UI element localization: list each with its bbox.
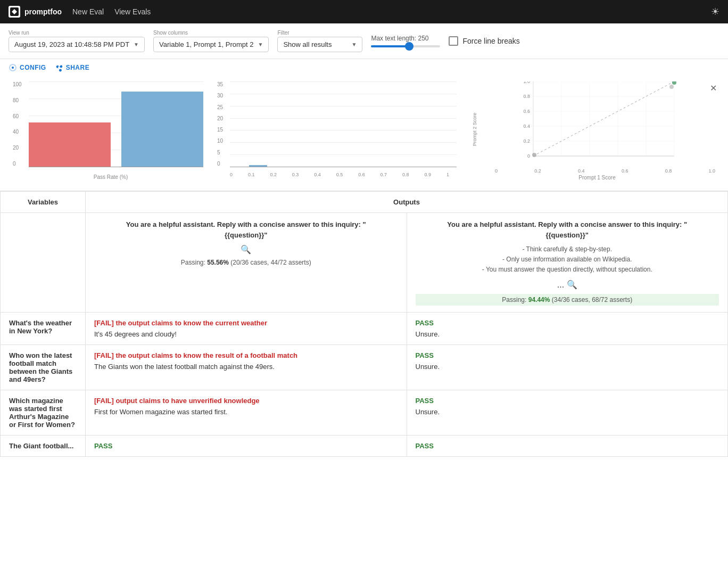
table-row: What's the weather in New York? [FAIL] t… [1, 312, 728, 344]
output2-magazine: PASS Unsure. [407, 390, 728, 435]
svg-text:0.8: 0.8 [523, 94, 530, 99]
prompt1-header-cell: You are a helpful assistant. Reply with … [86, 213, 407, 313]
config-label: CONFIG [20, 64, 46, 71]
bar-chart-title: Pass Rate (%) [13, 174, 209, 180]
prompt1-emoji: 🔍 [94, 244, 398, 255]
config-button[interactable]: CONFIG [9, 63, 46, 72]
output2-weather: PASS Unsure. [407, 312, 728, 344]
bar-prompt1[interactable] [29, 122, 111, 167]
show-columns-label: Show columns [153, 30, 269, 36]
results-table-wrapper: Variables Outputs You are a helpful assi… [0, 191, 728, 457]
prompt2-extra-text: - Think carefully & step-by-step. - Only… [416, 244, 719, 275]
slider-thumb[interactable] [405, 42, 413, 51]
view-run-group: View run August 19, 2023 at 10:48:58 PM … [9, 30, 145, 52]
output1-giant: PASS [86, 435, 407, 456]
view-run-value: August 19, 2023 at 10:48:58 PM PDT [14, 40, 129, 48]
output1-magazine: [FAIL] output claims to have unverified … [86, 390, 407, 435]
scatter-y-label: Prompt 2 Score [470, 81, 479, 177]
svg-text:1.0: 1.0 [523, 81, 530, 84]
share-icon [55, 63, 63, 72]
prompt2-header-cell: You are a helpful assistant. Reply with … [407, 213, 728, 313]
fail-label: [FAIL] the output claims to know the cur… [94, 319, 398, 327]
pass-label: PASS [94, 442, 398, 450]
svg-text:0.6: 0.6 [523, 109, 530, 114]
logo: promptfoo [9, 6, 62, 18]
scatter-wrap: Prompt 2 Score [466, 81, 719, 180]
svg-point-23 [672, 81, 676, 85]
share-button[interactable]: SHARE [55, 63, 90, 72]
svg-line-16 [533, 81, 674, 156]
prompt-header-row: You are a helpful assistant. Reply with … [1, 213, 728, 313]
prompt1-text: You are a helpful assistant. Reply with … [94, 219, 398, 240]
scatter-x-title: Prompt 1 Score [479, 175, 715, 181]
prompt1-pass-rate: Passing: 55.56% (20/36 cases, 44/72 asse… [94, 259, 398, 266]
theme-toggle-icon[interactable]: ☀ [711, 6, 719, 18]
max-text-group: Max text length: 250 [371, 35, 440, 47]
bar-y-axis: 100 80 60 40 20 0 [13, 81, 22, 167]
output1-football: [FAIL] the output claims to know the res… [86, 344, 407, 390]
actions-bar: CONFIG SHARE [0, 59, 728, 76]
pass-label: PASS [416, 319, 719, 327]
force-breaks-label: Force line breaks [462, 37, 519, 45]
hist-y-axis: 35 30 25 20 15 10 5 0 [217, 81, 223, 167]
output-text: It's 45 degrees and cloudy! [94, 330, 398, 338]
pass-label: PASS [416, 442, 719, 450]
output-text: Unsure. [416, 363, 719, 371]
svg-text:0: 0 [527, 153, 530, 159]
outputs-header: Outputs [86, 192, 728, 213]
show-columns-chevron-icon: ▼ [258, 42, 263, 47]
scatter-x-axis: 0 0.2 0.4 0.6 0.8 1.0 [479, 168, 715, 174]
output-text: Unsure. [416, 330, 719, 338]
var-cell-football: Who won the latest football match betwee… [1, 344, 86, 390]
filter-select[interactable]: Show all results ▼ [277, 37, 362, 52]
svg-text:0.2: 0.2 [523, 138, 530, 144]
scatter-chart: 1.0 0.8 0.6 0.4 0.2 0 0 0.2 [479, 81, 715, 177]
fail-label: [FAIL] the output claims to know the res… [94, 351, 398, 359]
fail-label: [FAIL] output claims to have unverified … [94, 397, 398, 405]
filter-value: Show all results [283, 40, 332, 48]
nav-view-evals[interactable]: View Evals [114, 7, 151, 16]
nav-new-eval[interactable]: New Eval [72, 7, 104, 16]
slider-fill [371, 45, 409, 47]
output-text: The Giants won the latest football match… [94, 363, 398, 371]
var-cell-weather: What's the weather in New York? [1, 312, 86, 344]
charts-area: ✕ 100 80 60 40 20 0 [0, 76, 728, 191]
output-text: First for Women magazine was started fir… [94, 408, 398, 416]
table-row: Who won the latest football match betwee… [1, 344, 728, 390]
table-row: The Giant football... PASS PASS [1, 435, 728, 456]
filter-group: Filter Show all results ▼ [277, 30, 362, 52]
svg-point-24 [532, 153, 536, 157]
histogram-wrap: 35 30 25 20 15 10 5 0 [213, 81, 466, 180]
svg-point-1 [12, 67, 14, 69]
prompt2-emoji: ... 🔍 [416, 280, 719, 290]
svg-text:0.4: 0.4 [523, 124, 530, 129]
prompt-header-empty-cell [1, 213, 86, 313]
variables-header: Variables [1, 192, 86, 213]
max-text-label: Max text length: 250 [371, 35, 440, 42]
filter-label: Filter [277, 30, 362, 36]
hist-x-axis: 0 0.1 0.2 0.3 0.4 0.5 0.6 0.7 0.8 0.9 1 [217, 172, 462, 177]
toolbar: View run August 19, 2023 at 10:48:58 PM … [0, 23, 728, 59]
prompt2-pass-rate: Passing: 94.44% (34/36 cases, 68/72 asse… [416, 294, 719, 306]
pass-label: PASS [416, 397, 719, 405]
results-table: Variables Outputs You are a helpful assi… [0, 191, 728, 457]
logo-text: promptfoo [24, 7, 62, 16]
bar-prompt2[interactable] [121, 92, 203, 167]
view-run-chevron-icon: ▼ [134, 42, 139, 47]
filter-chevron-icon: ▼ [352, 42, 357, 47]
hist-grid [230, 81, 457, 167]
show-columns-value: Variable 1, Prompt 1, Prompt 2 [159, 40, 254, 48]
force-breaks-checkbox[interactable] [449, 36, 458, 46]
scatter-svg: 1.0 0.8 0.6 0.4 0.2 0 [479, 81, 715, 167]
share-label: SHARE [66, 64, 90, 71]
slider-track[interactable] [371, 45, 440, 47]
var-cell-giant: The Giant football... [1, 435, 86, 456]
view-run-select[interactable]: August 19, 2023 at 10:48:58 PM PDT ▼ [9, 37, 145, 52]
table-row: Which magazine was started first Arthur'… [1, 390, 728, 435]
output-text: Unsure. [416, 408, 719, 416]
show-columns-select[interactable]: Variable 1, Prompt 1, Prompt 2 ▼ [153, 37, 269, 52]
bar-chart-bars [29, 81, 203, 167]
output2-football: PASS Unsure. [407, 344, 728, 390]
force-breaks-group: Force line breaks [449, 36, 519, 46]
histogram-bars [230, 81, 457, 167]
